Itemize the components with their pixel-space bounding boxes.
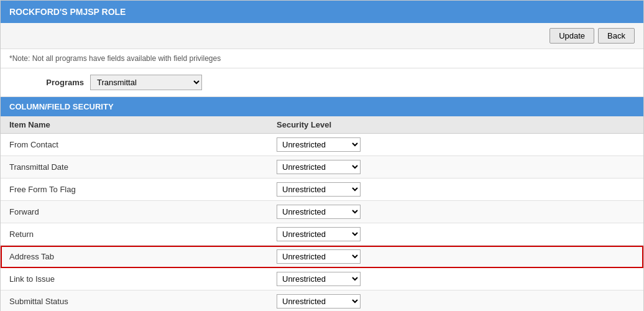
programs-label: Programs <box>9 78 84 87</box>
back-button[interactable]: Back <box>598 28 635 44</box>
section-title: COLUMN/FIELD SECURITY <box>9 102 114 111</box>
table-row: Address TabUnrestrictedRead OnlyHidden <box>1 246 643 268</box>
security-select[interactable]: UnrestrictedRead OnlyHidden <box>277 294 361 309</box>
row-item-name: Free Form To Flag <box>9 185 277 194</box>
security-select[interactable]: UnrestrictedRead OnlyHidden <box>277 249 361 264</box>
security-select[interactable]: UnrestrictedRead OnlyHidden <box>277 160 361 174</box>
row-security: UnrestrictedRead OnlyHidden <box>277 249 635 264</box>
table-body: From ContactUnrestrictedRead OnlyHiddenT… <box>1 134 643 311</box>
table-row: ForwardUnrestrictedRead OnlyHidden <box>1 201 643 223</box>
table-row: Submittal StatusUnrestrictedRead OnlyHid… <box>1 290 643 311</box>
row-item-name: From Contact <box>9 140 277 149</box>
page-header: ROCKFORD'S PMJSP ROLE <box>1 1 643 23</box>
table-row: Link to IssueUnrestrictedRead OnlyHidden <box>1 268 643 290</box>
row-item-name: Link to Issue <box>9 274 277 284</box>
table-row: Transmittal DateUnrestrictedRead OnlyHid… <box>1 156 643 179</box>
row-security: UnrestrictedRead OnlyHidden <box>277 182 635 197</box>
table-header: Item Name Security Level <box>1 116 643 134</box>
row-security: UnrestrictedRead OnlyHidden <box>277 294 635 309</box>
toolbar: Update Back <box>1 23 643 49</box>
update-button[interactable]: Update <box>550 28 594 44</box>
page-title: ROCKFORD'S PMJSP ROLE <box>9 7 126 17</box>
note-row: *Note: Not all programs have fields avai… <box>1 49 643 68</box>
row-item-name: Return <box>9 230 277 239</box>
row-security: UnrestrictedRead OnlyHidden <box>277 137 635 152</box>
col-header-security-level: Security Level <box>277 120 635 129</box>
security-select[interactable]: UnrestrictedRead OnlyHidden <box>277 182 361 197</box>
section-header: COLUMN/FIELD SECURITY <box>1 97 643 116</box>
table-row: Free Form To FlagUnrestrictedRead OnlyHi… <box>1 179 643 201</box>
programs-select[interactable]: Transmittal <box>90 75 202 90</box>
security-select[interactable]: UnrestrictedRead OnlyHidden <box>277 205 361 219</box>
row-item-name: Transmittal Date <box>9 162 277 172</box>
row-item-name: Address Tab <box>9 252 277 261</box>
table-row: ReturnUnrestrictedRead OnlyHidden <box>1 223 643 246</box>
security-select[interactable]: UnrestrictedRead OnlyHidden <box>277 272 361 286</box>
table-row: From ContactUnrestrictedRead OnlyHidden <box>1 134 643 156</box>
row-security: UnrestrictedRead OnlyHidden <box>277 272 635 286</box>
row-security: UnrestrictedRead OnlyHidden <box>277 205 635 219</box>
page-wrapper: ROCKFORD'S PMJSP ROLE Update Back *Note:… <box>0 0 644 311</box>
note-text: *Note: Not all programs have fields avai… <box>9 54 221 63</box>
row-item-name: Forward <box>9 207 277 216</box>
col-header-item-name: Item Name <box>9 120 277 129</box>
row-item-name: Submittal Status <box>9 297 277 306</box>
row-security: UnrestrictedRead OnlyHidden <box>277 160 635 174</box>
security-select[interactable]: UnrestrictedRead OnlyHidden <box>277 227 361 241</box>
security-select[interactable]: UnrestrictedRead OnlyHidden <box>277 137 361 152</box>
programs-row: Programs Transmittal <box>1 68 643 97</box>
row-security: UnrestrictedRead OnlyHidden <box>277 227 635 241</box>
